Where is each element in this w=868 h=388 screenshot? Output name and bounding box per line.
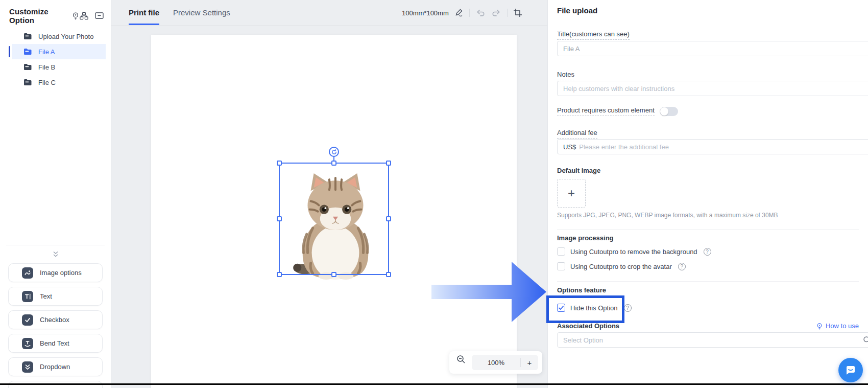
settings-panel: File upload Title(customers can see) Not… [547, 0, 868, 388]
hide-option-label: Hide this Option [570, 304, 618, 312]
tool-label: Bend Text [40, 339, 69, 347]
folder-icon [23, 33, 32, 40]
tool-label: Image options [40, 269, 82, 277]
tree-item-label: Upload Your Photo [38, 33, 93, 40]
resize-handle-left[interactable] [277, 216, 282, 221]
image-processing-label: Image processing [557, 234, 859, 242]
notes-label: Notes [557, 71, 574, 80]
selection-box[interactable] [279, 163, 389, 275]
select-option-input[interactable] [563, 336, 863, 344]
plus-icon: + [568, 186, 575, 200]
associated-options-row: Associated Options How to use [557, 322, 859, 330]
chat-launcher-button[interactable] [838, 358, 863, 382]
rotate-handle[interactable] [329, 147, 339, 157]
default-image-label: Default image [557, 167, 859, 174]
canvas-tabbar: Print file Preview Settings 100mm*100mm [111, 0, 547, 26]
sitemap-icon[interactable] [80, 12, 88, 20]
crop-avatar-checkbox[interactable] [557, 262, 565, 270]
edit-size-icon[interactable] [454, 8, 464, 17]
search-icon[interactable] [863, 336, 868, 344]
custom-element-label: Product requires custom element [557, 106, 655, 116]
panel-divider [557, 229, 859, 230]
tree-item-label: File A [38, 48, 55, 56]
bulb-icon [816, 323, 823, 330]
hide-option-row: Hide this Option ? [557, 304, 859, 312]
chat-bubble-icon [845, 364, 857, 376]
artboard-size-label: 100mm*100mm [402, 9, 449, 17]
remove-background-label: Using Cutoutpro to remove the background [570, 248, 697, 256]
title-input[interactable] [563, 45, 868, 53]
resize-handle-bottom-right[interactable] [386, 272, 391, 277]
remove-background-checkbox[interactable] [557, 247, 565, 256]
help-icon[interactable]: ? [704, 248, 711, 256]
tool-label: Dropdown [40, 363, 70, 371]
tool-label: Text [40, 292, 52, 300]
hide-option-checkbox[interactable] [557, 304, 565, 312]
redo-icon[interactable] [491, 8, 501, 17]
chevrons-down-icon [53, 251, 59, 258]
how-to-use-link[interactable]: How to use [816, 322, 859, 330]
window-bottom-edge [0, 383, 868, 385]
crop-avatar-label: Using Cutoutpro to crop the avatar [570, 263, 672, 270]
tree-item-upload-your-photo[interactable]: Upload Your Photo [12, 29, 106, 44]
help-icon[interactable]: ? [678, 263, 686, 270]
resize-handle-bottom-left[interactable] [277, 272, 282, 277]
undo-icon[interactable] [475, 8, 486, 17]
notes-input[interactable] [563, 85, 868, 93]
fee-input[interactable] [579, 143, 868, 151]
resize-handle-top-left[interactable] [277, 161, 282, 166]
resize-handle-right[interactable] [386, 216, 391, 221]
lamp-icon[interactable] [71, 12, 80, 20]
tool-image-options[interactable]: Image options [8, 263, 103, 282]
sidebar: Customize Option [0, 0, 111, 388]
rotate-icon [331, 149, 337, 155]
check-icon [559, 306, 564, 310]
tool-text[interactable]: Text [8, 287, 103, 306]
tree-item-file-b[interactable]: File B [12, 59, 106, 75]
image-options-icon [22, 267, 33, 279]
tool-bend-text[interactable]: Bend Text [8, 334, 103, 353]
fee-label: Additional fee [557, 129, 597, 139]
canvas-area: Print file Preview Settings 100mm*100mm [111, 0, 547, 388]
tab-print-file[interactable]: Print file [129, 0, 159, 25]
sidebar-divider [6, 245, 105, 245]
tool-dropdown[interactable]: Dropdown [8, 357, 103, 376]
tab-preview-settings[interactable]: Preview Settings [173, 0, 230, 25]
resize-handle-bottom[interactable] [331, 272, 336, 277]
resize-handle-top-right[interactable] [386, 161, 391, 166]
fee-field: US$ [557, 139, 868, 154]
panel-title: File upload [557, 6, 859, 15]
folder-icon [23, 63, 32, 71]
collapse-tools-button[interactable] [0, 250, 111, 260]
upload-hint: Supports JPG, JPEG, PNG, WEBP image form… [557, 212, 859, 219]
tree-item-label: File B [38, 63, 55, 71]
title-field [557, 41, 868, 56]
zoom-level-segment: 100% + [472, 355, 538, 370]
sidebar-header-actions [80, 12, 104, 20]
dropdown-icon [22, 361, 33, 373]
help-icon[interactable]: ? [624, 304, 632, 312]
fee-label-row: Additional fee [557, 128, 859, 139]
panel-divider [557, 281, 859, 282]
remove-background-row: Using Cutoutpro to remove the background… [557, 247, 859, 256]
resize-handle-top[interactable] [331, 161, 336, 166]
app-root: Customize Option [0, 0, 868, 388]
zoom-level: 100% [472, 359, 520, 367]
zoom-out-icon[interactable] [456, 355, 466, 364]
crop-icon[interactable] [513, 8, 522, 17]
tree-item-label: File C [38, 79, 56, 86]
tree-item-file-c[interactable]: File C [12, 75, 106, 90]
title-field-label-row: Title(customers can see) [557, 29, 859, 40]
folder-collapse-icon[interactable] [95, 12, 104, 20]
default-image-upload-box[interactable]: + [557, 179, 586, 208]
folder-icon-active [23, 48, 32, 55]
tree-item-file-a[interactable]: File A [12, 44, 106, 59]
tool-checkbox[interactable]: Checkbox [8, 310, 103, 329]
toolbar-separator [469, 9, 470, 17]
tool-label: Checkbox [40, 316, 69, 324]
zoom-in-button[interactable]: + [521, 358, 538, 367]
element-tools: Image options Text Checkbox Bend Text [8, 263, 103, 388]
options-feature-label: Options feature [557, 286, 859, 294]
custom-element-toggle[interactable] [660, 107, 678, 116]
artboard[interactable] [151, 35, 517, 388]
